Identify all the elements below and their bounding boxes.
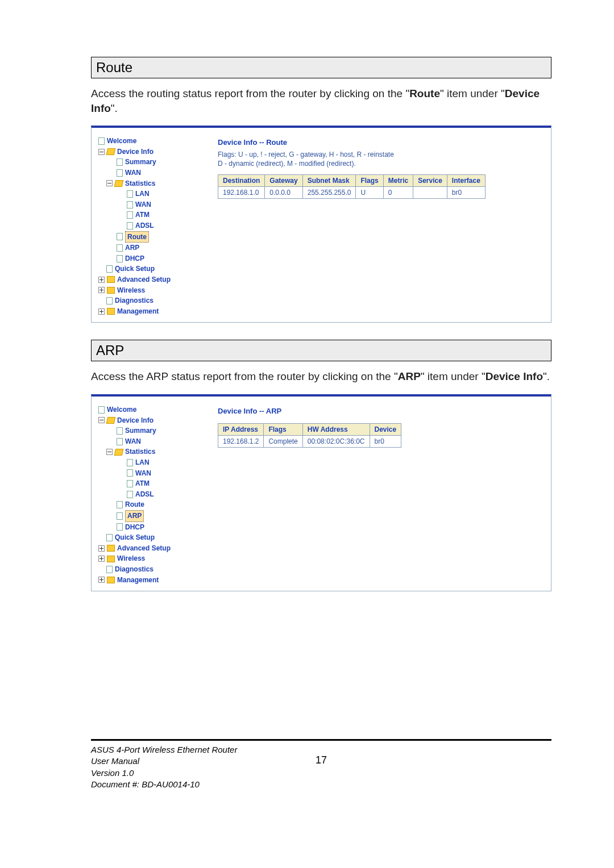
nav-advanced-setup[interactable]: Advanced Setup — [117, 274, 171, 285]
nav-statistics[interactable]: Statistics — [125, 178, 155, 189]
text: " item under " — [440, 87, 505, 99]
page-icon — [127, 480, 133, 487]
folder-open-icon — [114, 449, 124, 456]
nav-route[interactable]: Route — [125, 499, 144, 510]
text-bold: Route — [409, 87, 440, 99]
collapse-icon[interactable] — [98, 149, 105, 155]
col-ip: IP Address — [218, 424, 264, 436]
table-row: 192.168.1.2 Complete 00:08:02:0C:36:0C b… — [218, 436, 401, 448]
page-icon — [117, 438, 123, 445]
page-icon — [117, 169, 123, 177]
nav-wireless[interactable]: Wireless — [117, 553, 145, 564]
expand-icon[interactable] — [98, 577, 105, 583]
text-bold: ARP — [398, 370, 421, 382]
table-header-row: IP Address Flags HW Address Device — [218, 424, 401, 436]
nav-management[interactable]: Management — [117, 575, 159, 586]
cell: br0 — [447, 186, 485, 198]
route-table: Destination Gateway Subnet Mask Flags Me… — [218, 174, 486, 199]
page-number: 17 — [304, 744, 338, 766]
text: D - dynamic (redirect), M - modified (re… — [218, 160, 356, 168]
text: Access the routing status report from th… — [91, 87, 409, 99]
col-subnet: Subnet Mask — [302, 174, 356, 186]
page-icon — [117, 501, 123, 508]
nav-quick-setup[interactable]: Quick Setup — [115, 264, 155, 274]
nav-welcome[interactable]: Welcome — [107, 404, 136, 415]
expand-icon[interactable] — [98, 287, 105, 293]
col-flags: Flags — [356, 174, 383, 186]
col-hw: HW Address — [302, 424, 370, 436]
route-screenshot: Welcome Device Info Summary WAN Statisti… — [91, 126, 551, 323]
nav-arp[interactable]: ARP — [125, 510, 144, 522]
nav-adsl[interactable]: ADSL — [135, 220, 154, 231]
nav-lan[interactable]: LAN — [135, 189, 150, 199]
nav-device-info[interactable]: Device Info — [117, 147, 154, 157]
nav-summary[interactable]: Summary — [125, 157, 156, 168]
page-icon — [127, 469, 133, 477]
nav-statistics[interactable]: Statistics — [125, 446, 155, 457]
nav-adsl[interactable]: ADSL — [135, 489, 154, 500]
welcome-icon — [98, 406, 105, 414]
col-flags: Flags — [264, 424, 302, 436]
nav-atm[interactable]: ATM — [135, 210, 150, 220]
nav-quick-setup[interactable]: Quick Setup — [115, 532, 155, 543]
nav-route[interactable]: Route — [125, 231, 149, 243]
col-device: Device — [370, 424, 401, 436]
arp-table: IP Address Flags HW Address Device 192.1… — [218, 423, 401, 448]
section-header-arp: ARP — [91, 340, 551, 361]
section-header-route: Route — [91, 57, 551, 78]
nav-device-info[interactable]: Device Info — [117, 415, 154, 426]
pane-title: Device Info -- ARP — [218, 407, 541, 415]
page-icon — [127, 491, 133, 498]
page-icon — [106, 265, 113, 273]
nav-tree: Welcome Device Info Summary WAN Statisti… — [98, 136, 206, 316]
route-content-pane: Device Info -- Route Flags: U - up, ! - … — [206, 136, 544, 316]
cell: 00:08:02:0C:36:0C — [302, 436, 370, 448]
page-icon — [117, 244, 123, 252]
nav-dhcp[interactable]: DHCP — [125, 253, 144, 264]
page-icon — [117, 427, 123, 435]
nav-wan[interactable]: WAN — [125, 436, 141, 447]
folder-open-icon — [106, 148, 116, 155]
arp-content-pane: Device Info -- ARP IP Address Flags HW A… — [206, 404, 544, 585]
page-icon — [117, 523, 123, 531]
nav-lan[interactable]: LAN — [135, 457, 150, 468]
nav-wireless[interactable]: Wireless — [117, 285, 145, 296]
nav-wan[interactable]: WAN — [125, 168, 141, 178]
folder-closed-icon — [107, 556, 115, 562]
cell: U — [356, 186, 383, 198]
nav-atm[interactable]: ATM — [135, 478, 150, 489]
nav-arp[interactable]: ARP — [125, 243, 139, 253]
nav-management[interactable]: Management — [117, 306, 159, 317]
col-metric: Metric — [383, 174, 413, 186]
nav-advanced-setup[interactable]: Advanced Setup — [117, 543, 171, 554]
page-icon — [127, 190, 133, 198]
collapse-icon[interactable] — [106, 449, 113, 455]
table-header-row: Destination Gateway Subnet Mask Flags Me… — [218, 174, 486, 186]
cell: 0.0.0.0 — [265, 186, 302, 198]
collapse-icon[interactable] — [98, 417, 105, 423]
folder-closed-icon — [107, 545, 115, 552]
nav-diagnostics[interactable]: Diagnostics — [115, 564, 154, 575]
folder-closed-icon — [107, 308, 115, 315]
cell: 192.168.1.2 — [218, 436, 264, 448]
expand-icon[interactable] — [98, 308, 105, 315]
expand-icon[interactable] — [98, 277, 105, 283]
text: ". — [543, 370, 550, 382]
nav-wan2[interactable]: WAN — [135, 199, 151, 210]
expand-icon[interactable] — [98, 545, 105, 552]
page-footer: ASUS 4-Port Wireless Ethernet Router Use… — [91, 739, 551, 790]
collapse-icon[interactable] — [106, 180, 113, 186]
page-icon — [106, 297, 113, 304]
welcome-icon — [98, 137, 105, 145]
nav-welcome[interactable]: Welcome — [107, 136, 136, 147]
expand-icon[interactable] — [98, 556, 105, 562]
nav-dhcp[interactable]: DHCP — [125, 522, 144, 533]
folder-closed-icon — [107, 276, 115, 283]
nav-diagnostics[interactable]: Diagnostics — [115, 295, 154, 306]
col-service: Service — [413, 174, 447, 186]
nav-summary[interactable]: Summary — [125, 425, 156, 436]
page-icon — [117, 255, 123, 262]
page-icon — [127, 201, 133, 208]
nav-wan2[interactable]: WAN — [135, 468, 151, 479]
cell: 0 — [383, 186, 413, 198]
